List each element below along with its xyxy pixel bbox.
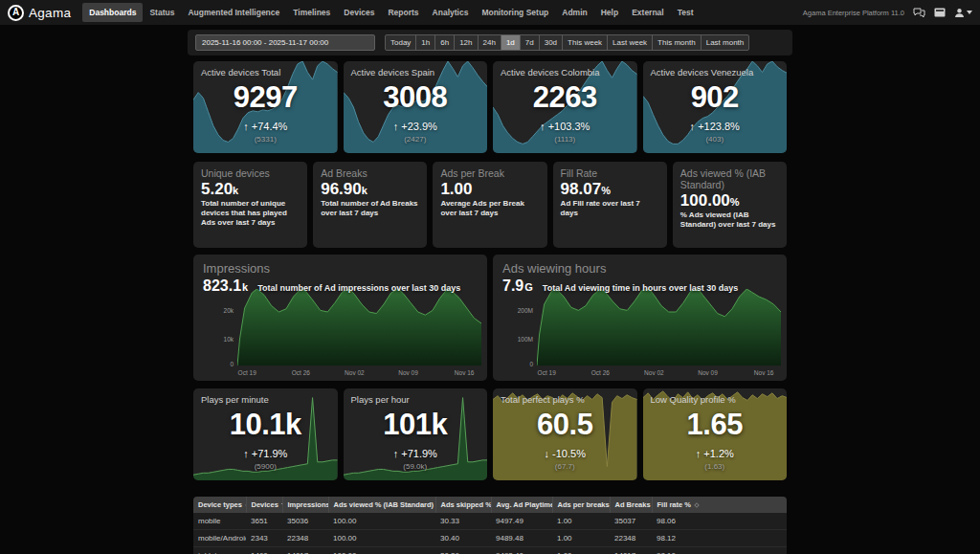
nav-item-timelines[interactable]: Timelines [286,3,337,22]
range-button-6h[interactable]: 6h [434,34,455,51]
range-button-12h[interactable]: 12h [454,34,478,51]
previous-value: (59.0k) [344,462,488,471]
table-row: mobile3651 35036100.00 30.339497.49 1.00… [193,513,787,530]
kpi-delta: ↑ +23.9% [344,121,488,132]
nav-item-monitoring-setup[interactable]: Monitoring Setup [475,3,555,22]
area-chart [537,289,781,366]
trend-row: Plays per minute 10.1k ↑ +71.9% (5900) P… [193,388,787,480]
delta-value: +71.9% [401,448,437,459]
nav-item-admin[interactable]: Admin [555,3,593,22]
range-button-this-week[interactable]: This week [562,34,608,51]
range-button-24h[interactable]: 24h [478,34,501,51]
range-button-this-month[interactable]: This month [652,34,702,51]
card-title: Active devices Colombia [501,67,600,78]
card-title: Ads wiewing hours [502,261,606,276]
stat-row: Unique devices 5.20k Total number of uni… [193,162,787,248]
delta-value: +71.9% [252,448,288,459]
table-row: mobile/Android2343 22348100.00 30.409489… [193,530,787,547]
nav-item-help[interactable]: Help [594,3,625,22]
range-button-7d[interactable]: 7d [520,34,540,51]
stat-description: Total number of Ad Breaks over last 7 da… [321,199,419,218]
kpi-card-active-total: Active devices Total 9297 ↑ +74.4% (5331… [193,61,338,153]
user-menu[interactable] [954,8,972,18]
x-axis-tick: Nov 16 [455,369,475,376]
column-header-ads-skipped[interactable]: Ads skipped % [435,497,491,513]
kiosk-icon[interactable] [934,8,946,17]
delta-value: -10.5% [552,448,586,459]
stat-description: Ad Fill rate over last 7 days [561,199,659,218]
device-table: Device types Devices Impressions Ads vie… [193,497,787,554]
table-row: tablet1460 14017100.00 30.269492.40 1.00… [193,547,787,554]
previous-value: (67.7) [493,462,637,471]
stat-card-fill-rate: Fill Rate 98.07% Ad Fill rate over last … [553,162,667,248]
kpi-card-active-colombia: Active devices Colombia 2263 ↑ +103.3% (… [493,61,637,153]
kpi-delta: ↓ -10.5% [493,448,637,459]
previous-value: (2427) [344,135,488,144]
date-range-input[interactable] [195,34,375,51]
impressions-plot: 20k 10k 0 Oct 19 Oct 26 Nov 02 Nov 09 No… [237,289,481,366]
column-header-ad-breaks[interactable]: Ad Breaks [610,497,652,513]
chart-total: 823.1k Total number of Ad impressions ov… [203,277,460,295]
x-axis-tick: Nov 09 [398,369,418,376]
arrow-down-icon: ↓ [545,448,550,459]
range-button-1h[interactable]: 1h [415,34,435,51]
arrow-up-icon: ↑ [393,121,399,132]
stat-value: 98.07% [561,179,659,199]
kpi-card-active-venezuela: Active devices Venezuela 902 ↑ +123.8% (… [643,61,788,153]
nav-item-external[interactable]: External [625,3,671,22]
nav-item-devices[interactable]: Devices [337,3,381,22]
range-button-30d[interactable]: 30d [539,34,563,51]
column-header-ads-viewed[interactable]: Ads viewed % (IAB Standard) [328,497,435,513]
stat-value: 96.90k [321,179,419,199]
nav-item-status[interactable]: Status [143,3,181,22]
card-title: Fill Rate [561,167,659,179]
kpi-value: 1.65 [643,408,788,442]
range-button-1d[interactable]: 1d [501,34,521,51]
column-header-device-types[interactable]: Device types [193,497,246,513]
nav-item-reports[interactable]: Reports [381,3,425,22]
x-axis-tick: Nov 09 [698,369,718,376]
delta-value: +23.9% [401,121,437,132]
chat-icon[interactable] [913,8,925,18]
column-header-impressions[interactable]: Impressions [282,497,328,513]
y-axis-tick: 200M [518,306,533,313]
nav-item-dashboards[interactable]: Dashboards [82,3,143,22]
range-button-last-week[interactable]: Last week [607,34,653,51]
nav-item-augmented-intelligence[interactable]: Augmented Intelligence [181,3,286,22]
time-range-bar: Today 1h 6h 12h 24h 1d 7d 30d This week … [188,30,792,55]
range-button-last-month[interactable]: Last month [701,34,750,51]
stat-description: Total number of unique devices that has … [201,199,300,228]
card-title: Total perfect plays % [501,394,585,405]
kpi-delta: ↑ +71.9% [344,448,488,459]
arrow-up-icon: ↑ [690,121,696,132]
column-header-devices[interactable]: Devices [246,497,282,513]
stat-card-unique-devices: Unique devices 5.20k Total number of uni… [193,162,307,248]
y-axis-tick: 0 [529,361,533,367]
nav-item-test[interactable]: Test [671,3,701,22]
viewing-hours-plot: 200M 100M 0 Oct 19 Oct 26 Nov 02 Nov 09 … [537,289,781,366]
kpi-value: 3008 [344,80,488,115]
chart-total-value: 823.1k [203,277,248,295]
stat-description: % Ads viewed (IAB Standard) over last 7 … [680,211,779,230]
trend-card-perfect-plays: Total perfect plays % 60.5 ↓ -10.5% (67.… [493,388,637,480]
chart-card-ads-viewing-hours: Ads wiewing hours 7.9G Total Ad viewing … [493,255,787,381]
column-header-avg-ad-playtime[interactable]: Avg. Ad Playtime [491,497,552,513]
kpi-row: Active devices Total 9297 ↑ +74.4% (5331… [193,61,787,153]
previous-value: (5900) [193,462,338,471]
kpi-delta: ↑ +71.9% [193,448,338,459]
card-title: Ad Breaks [321,167,419,179]
card-title: Unique devices [201,167,300,179]
range-button-today[interactable]: Today [385,34,416,51]
kpi-value: 10.1k [193,408,338,442]
kpi-delta: ↑ +123.8% [643,121,788,132]
card-title: Plays per hour [351,394,410,405]
chart-card-impressions: Impressions 823.1k Total number of Ad im… [193,255,487,381]
column-header-ads-per-breaks[interactable]: Ads per breaks [552,497,610,513]
y-axis-tick: 20k [224,306,234,313]
nav-item-analytics[interactable]: Analytics [426,3,476,22]
brand-logo[interactable]: A Agama [8,5,71,21]
column-header-fill-rate[interactable]: Fill rate % [652,497,787,513]
big-chart-row: Impressions 823.1k Total number of Ad im… [193,255,787,381]
arrow-up-icon: ↑ [540,121,546,132]
card-title: Active devices Venezuela [651,67,754,78]
